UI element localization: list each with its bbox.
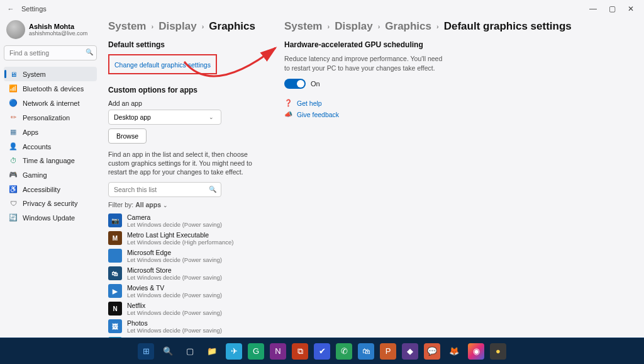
back-button[interactable]: ← <box>4 5 18 13</box>
taskbar-powerpoint[interactable]: P <box>380 343 396 360</box>
taskbar-onenote[interactable]: N <box>270 343 286 360</box>
sidebar-item-gaming[interactable]: 🎮Gaming <box>4 168 97 182</box>
app-row[interactable]: 📷CameraLet Windows decide (Power saving) <box>108 213 273 228</box>
crumb-system[interactable]: System <box>284 20 322 33</box>
heading-default-settings: Default settings <box>108 40 273 49</box>
app-name: Microsoft Store <box>127 266 222 274</box>
taskbar: ⊞🔍▢📁✈GN⧉✔✆🛍P◆💬🦊◉● <box>0 338 644 364</box>
taskbar-obsidian[interactable]: ◆ <box>402 343 418 360</box>
nav-icon: 🎮 <box>9 171 18 179</box>
sidebar-item-accounts[interactable]: 👤Accounts <box>4 139 97 154</box>
avatar <box>6 20 25 39</box>
nav-icon: ✏ <box>9 113 18 122</box>
sidebar-item-time-language[interactable]: ⏱Time & language <box>4 154 97 168</box>
user-block[interactable]: Ashish Mohta ashishmohta@live.com <box>4 18 97 45</box>
get-help-link[interactable]: ❓ Get help <box>284 99 629 107</box>
taskbar-explorer[interactable]: 📁 <box>204 343 220 360</box>
user-name: Ashish Mohta <box>29 23 87 30</box>
app-row[interactable]: ▶Movies & TVLet Windows decide (Power sa… <box>108 284 273 299</box>
app-sub: Let Windows decide (Power saving) <box>127 327 222 334</box>
search-icon: 🔍 <box>209 186 216 193</box>
breadcrumb-left: System › Display › Graphics <box>108 20 273 33</box>
nav-label: Network & internet <box>23 100 79 107</box>
help-icon: ❓ <box>284 99 292 107</box>
crumb-display[interactable]: Display <box>158 20 196 33</box>
nav-icon: ♿ <box>9 185 18 193</box>
app-sub: Let Windows decide (Power saving) <box>127 274 222 281</box>
gpu-scheduling-toggle[interactable] <box>284 79 306 89</box>
maximize-button[interactable]: ▢ <box>602 1 621 16</box>
nav-label: Time & language <box>23 157 75 164</box>
app-name: Microsoft Edge <box>127 249 222 256</box>
sidebar-item-bluetooth-devices[interactable]: 📶Bluetooth & devices <box>4 81 97 96</box>
taskbar-telegram[interactable]: ✈ <box>226 343 242 360</box>
feedback-icon: 📣 <box>284 110 292 118</box>
sidebar-item-network-internet[interactable]: 🔵Network & internet <box>4 96 97 110</box>
nav-label: System <box>23 71 46 78</box>
app-sub: Let Windows decide (Power saving) <box>127 309 222 316</box>
taskbar-office[interactable]: ⧉ <box>292 343 308 360</box>
taskbar-feedback[interactable]: 💬 <box>424 343 440 360</box>
app-sub: Let Windows decide (Power saving) <box>127 256 222 263</box>
heading-gpu-scheduling: Hardware-accelerated GPU scheduling <box>284 40 629 49</box>
change-default-graphics-link[interactable]: Change default graphics settings <box>114 61 211 69</box>
breadcrumb-right: System › Display › Graphics › Default gr… <box>284 20 629 33</box>
app-row[interactable]: Microsoft EdgeLet Windows decide (Power … <box>108 249 273 263</box>
default-graphics-column: System › Display › Graphics › Default gr… <box>284 18 640 338</box>
crumb-system[interactable]: System <box>108 20 146 33</box>
nav-icon: 📶 <box>9 84 18 93</box>
app-row[interactable]: 🖼PhotosLet Windows decide (Power saving) <box>108 319 273 334</box>
nav-label: Bluetooth & devices <box>23 85 84 93</box>
app-row[interactable]: MMetro Last Light ExecutableLet Windows … <box>108 231 273 246</box>
nav-icon: 👤 <box>9 142 18 151</box>
minimize-button[interactable]: — <box>584 1 602 16</box>
sidebar-item-system[interactable]: 🖥System <box>4 67 97 81</box>
taskbar-whatsapp[interactable]: ✆ <box>336 343 352 360</box>
sidebar-item-accessibility[interactable]: ♿Accessibility <box>4 182 97 196</box>
app-type-select[interactable]: Desktop app <box>108 110 221 125</box>
app-sub: Let Windows decide (Power saving) <box>127 292 222 299</box>
sidebar-item-apps[interactable]: ▦Apps <box>4 125 97 139</box>
app-sub: Let Windows decide (High performance) <box>127 239 234 246</box>
crumb-graphics[interactable]: Graphics <box>385 20 431 33</box>
taskbar-taskview[interactable]: ▢ <box>182 343 198 360</box>
app-sub: Let Windows decide (Power saving) <box>127 221 222 228</box>
taskbar-grammarly[interactable]: G <box>248 343 264 360</box>
crumb-display[interactable]: Display <box>335 20 372 33</box>
give-feedback-link[interactable]: 📣 Give feedback <box>284 110 629 118</box>
sidebar-item-privacy-security[interactable]: 🛡Privacy & security <box>4 196 97 210</box>
graphics-column: System › Display › Graphics Default sett… <box>108 18 284 338</box>
taskbar-teams[interactable]: ✔ <box>314 343 330 360</box>
app-list-search[interactable] <box>108 182 221 197</box>
app-icon <box>108 249 122 263</box>
filter-by[interactable]: Filter by: All apps ⌄ <box>108 201 273 208</box>
app-icon: 🖼 <box>108 319 122 333</box>
search-icon: 🔍 <box>86 48 93 55</box>
chevron-down-icon: ⌄ <box>163 202 168 208</box>
taskbar-start[interactable]: ⊞ <box>138 343 154 360</box>
sidebar-item-windows-update[interactable]: 🔄Windows Update <box>4 210 97 225</box>
close-button[interactable]: ✕ <box>621 1 640 16</box>
app-icon: M <box>108 231 122 245</box>
nav-icon: ▦ <box>9 128 18 136</box>
add-app-label: Add an app <box>108 100 273 107</box>
titlebar: ← Settings — ▢ ✕ <box>0 0 644 18</box>
search-input[interactable] <box>4 45 97 60</box>
taskbar-snagit[interactable]: ● <box>490 343 506 360</box>
find-setting-search[interactable]: 🔍 <box>4 45 97 60</box>
gpu-scheduling-desc: Reduce latency and improve performance. … <box>284 54 448 72</box>
taskbar-msstore[interactable]: 🛍 <box>358 343 374 360</box>
nav-label: Apps <box>23 128 38 136</box>
toggle-label: On <box>311 80 320 88</box>
heading-custom-options: Custom options for apps <box>108 86 273 94</box>
browse-button[interactable]: Browse <box>108 128 147 144</box>
taskbar-search[interactable]: 🔍 <box>160 343 176 360</box>
app-row[interactable]: 🛍Microsoft StoreLet Windows decide (Powe… <box>108 266 273 281</box>
taskbar-firefox[interactable]: 🦊 <box>446 343 462 360</box>
nav-label: Accessibility <box>23 186 60 193</box>
nav-icon: 🖥 <box>9 71 18 78</box>
sidebar-item-personalization[interactable]: ✏Personalization <box>4 110 97 125</box>
user-email: ashishmohta@live.com <box>29 30 87 37</box>
taskbar-instagram[interactable]: ◉ <box>468 343 484 360</box>
app-row[interactable]: NNetflixLet Windows decide (Power saving… <box>108 302 273 316</box>
